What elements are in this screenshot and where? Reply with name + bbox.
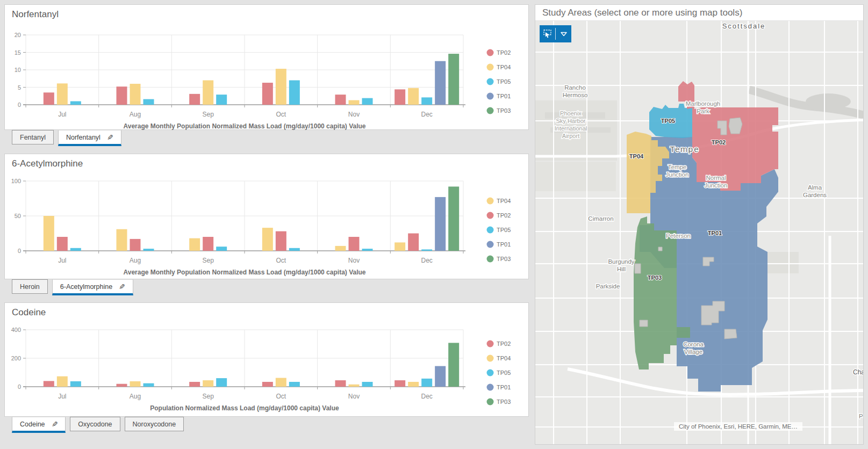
bar-TP04-Dec[interactable] [408,382,419,387]
bar-TP02-Aug[interactable] [117,384,127,387]
chart-canvas-codeine[interactable]: 0200400JulAugSepOctNovDecPopulation Norm… [5,321,529,415]
legend-item-TP04[interactable]: TP04 [487,64,511,71]
bar-TP05-Nov[interactable] [362,249,373,251]
bar-TP04-Sep[interactable] [203,81,213,105]
tab-noroxycodone[interactable]: Noroxycodone [125,417,184,431]
select-tool-dropdown-button[interactable] [556,25,571,42]
tab-oxycodone[interactable]: Oxycodone [70,417,120,431]
legend-item-TP02[interactable]: TP02 [487,212,511,219]
legend-label: TP05 [497,370,511,376]
bar-TP05-Sep[interactable] [216,247,227,251]
bar-TP04-Nov[interactable] [349,100,360,105]
bar-TP03-Dec[interactable] [448,54,459,105]
bar-TP05-Aug[interactable] [144,383,154,387]
chart-title-6-acetylmorphine: 6-Acetylmorphine [12,158,83,169]
bar-TP04-Dec[interactable] [394,242,405,251]
bar-TP02-Sep[interactable] [189,382,200,387]
bar-TP03-Dec[interactable] [448,343,459,387]
legend-item-TP01[interactable]: TP01 [487,384,511,391]
bar-TP05-Sep[interactable] [216,95,227,105]
legend-swatch [487,370,494,376]
bar-TP02-Nov[interactable] [349,237,360,251]
bar-TP05-Sep[interactable] [216,378,227,387]
bar-TP04-Aug[interactable] [130,381,141,387]
bar-TP04-Dec[interactable] [408,88,419,105]
bar-TP02-Nov[interactable] [335,95,346,105]
bar-TP02-Oct[interactable] [262,382,273,387]
map-canvas[interactable]: ScottsdaleRanchoHermosoPhoenixSky Harbor… [535,21,863,444]
bar-TP04-Oct[interactable] [262,228,273,251]
bar-TP02-Nov[interactable] [335,380,346,387]
bar-TP05-Aug[interactable] [144,99,154,105]
bar-TP05-Oct[interactable] [289,382,300,387]
bar-TP02-Dec[interactable] [394,89,405,105]
bar-TP01-Dec[interactable] [435,197,446,251]
bar-TP01-Dec[interactable] [435,61,446,105]
bar-TP02-Jul[interactable] [44,92,54,105]
legend-item-TP01[interactable]: TP01 [487,93,511,100]
bar-TP05-Dec[interactable] [421,249,432,251]
legend-item-TP05[interactable]: TP05 [487,370,511,376]
bar-TP04-Aug[interactable] [117,229,127,251]
bar-TP03-Dec[interactable] [448,186,459,251]
excluded-area [724,329,737,339]
bar-TP05-Dec[interactable] [421,379,432,387]
legend-item-TP04[interactable]: TP04 [487,355,511,362]
legend-item-TP01[interactable]: TP01 [487,241,511,248]
edit-pencil-icon[interactable]: ✎ [107,133,113,142]
bar-TP05-Dec[interactable] [421,97,432,105]
legend-item-TP05[interactable]: TP05 [487,78,511,85]
tab-norfentanyl[interactable]: Norfentanyl✎ [58,130,121,146]
bar-TP04-Nov[interactable] [349,385,360,387]
edit-pencil-icon[interactable]: ✎ [119,283,125,291]
bar-TP04-Oct[interactable] [276,69,286,105]
bar-TP02-Oct[interactable] [276,231,286,251]
bar-TP04-Jul[interactable] [57,83,68,105]
legend-item-TP03[interactable]: TP03 [487,399,511,405]
bar-TP05-Jul[interactable] [70,381,81,387]
x-tick-label: Oct [276,257,286,264]
bar-TP01-Dec[interactable] [435,366,446,387]
bar-TP04-Sep[interactable] [189,238,200,251]
legend-item-TP03[interactable]: TP03 [487,107,511,114]
legend-item-TP02[interactable]: TP02 [487,341,511,347]
legend-item-TP04[interactable]: TP04 [487,198,511,205]
bar-TP02-Oct[interactable] [262,83,273,105]
place-label: Marlborough [686,100,721,107]
basemap[interactable]: ScottsdaleRanchoHermosoPhoenixSky Harbor… [535,21,863,444]
bar-TP05-Nov[interactable] [362,98,373,105]
legend-item-TP05[interactable]: TP05 [487,227,511,234]
legend-item-TP03[interactable]: TP03 [487,256,511,263]
bar-TP04-Nov[interactable] [335,246,346,251]
bar-TP05-Nov[interactable] [362,382,373,387]
bar-TP02-Dec[interactable] [394,380,405,387]
bar-TP04-Oct[interactable] [276,378,286,387]
bar-TP05-Jul[interactable] [70,248,81,251]
bar-TP04-Jul[interactable] [44,216,54,251]
bar-TP04-Jul[interactable] [57,376,68,387]
bar-TP04-Sep[interactable] [203,380,213,387]
tab-codeine[interactable]: Codeine✎ [12,417,66,433]
chart-canvas-6-acetylmorphine[interactable]: 050100JulAugSepOctNovDecAverage Monthly … [5,172,529,280]
bar-TP02-Aug[interactable] [130,239,141,251]
chart-canvas-norfentanyl[interactable]: 05101520JulAugSepOctNovDecAverage Monthl… [5,23,529,131]
tab-fentanyl[interactable]: Fentanyl [12,130,54,144]
bar-TP02-Sep[interactable] [189,94,200,105]
bar-TP05-Oct[interactable] [289,248,300,251]
select-by-rectangle-button[interactable] [540,25,555,42]
x-tick-label: Nov [348,111,360,118]
legend-item-TP02[interactable]: TP02 [487,49,511,56]
bar-TP02-Jul[interactable] [57,237,68,251]
bar-TP02-Dec[interactable] [408,234,419,251]
bar-TP04-Aug[interactable] [130,84,141,105]
bar-TP05-Jul[interactable] [70,102,81,105]
bar-TP02-Aug[interactable] [117,86,127,105]
bar-TP02-Jul[interactable] [44,381,54,387]
bar-TP02-Sep[interactable] [203,237,213,251]
edit-pencil-icon[interactable]: ✎ [52,420,58,429]
bar-TP05-Aug[interactable] [144,249,154,251]
bar-TP05-Oct[interactable] [289,81,300,105]
tab-heroin[interactable]: Heroin [12,279,48,294]
tab-6-acetylmorphine[interactable]: 6-Acetylmorphine✎ [52,279,133,295]
region-label-TP03: TP03 [648,274,662,281]
